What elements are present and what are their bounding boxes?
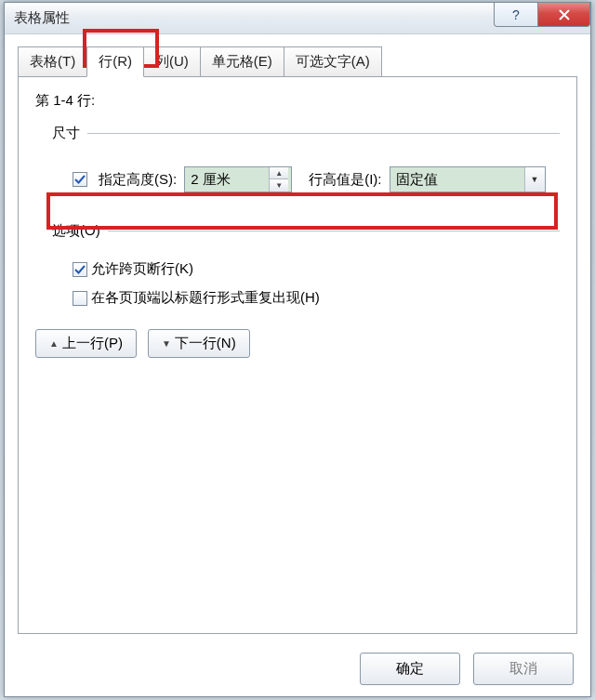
specify-height-label: 指定高度(S): [99, 171, 177, 189]
titlebar[interactable]: 表格属性 ? [5, 3, 590, 34]
tab-row[interactable]: 行(R) [86, 46, 144, 77]
row-height-is-label: 行高值是(I): [309, 171, 381, 189]
help-icon: ? [509, 8, 522, 21]
allow-break-label: 允许跨页断行(K) [91, 260, 193, 278]
triangle-up-icon: ▲ [49, 338, 59, 349]
size-section-label: 尺寸 [35, 125, 560, 142]
options-section-label: 选项(O) [35, 222, 560, 240]
tab-content-row: 第 1-4 行: 尺寸 指定高度(S): ▲ ▼ 行高值是(I): [18, 76, 577, 634]
close-icon [558, 8, 571, 21]
dialog-footer: 确定 取消 [360, 653, 574, 685]
check-icon [74, 174, 86, 185]
row-size-controls: 指定高度(S): ▲ ▼ 行高值是(I): 固定值 ▼ [35, 163, 560, 196]
tab-column[interactable]: 列(U) [143, 46, 201, 77]
check-icon [74, 264, 86, 275]
table-properties-dialog: 表格属性 ? 表格(T) 行(R) 列(U) 单元格(E) 可选文字(A) 第 … [4, 2, 591, 697]
triangle-down-icon: ▼ [162, 338, 171, 349]
next-row-button[interactable]: ▼ 下一行(N) [148, 329, 250, 358]
height-input[interactable] [185, 170, 269, 190]
repeat-header-label: 在各页顶端以标题行形式重复出现(H) [91, 289, 320, 307]
dialog-title: 表格属性 [14, 9, 70, 27]
help-button[interactable]: ? [494, 3, 538, 27]
previous-row-button[interactable]: ▲ 上一行(P) [35, 329, 137, 358]
svg-text:?: ? [512, 8, 520, 21]
tab-strip: 表格(T) 行(R) 列(U) 单元格(E) 可选文字(A) [18, 46, 577, 76]
tab-table[interactable]: 表格(T) [18, 46, 87, 77]
tab-cell[interactable]: 单元格(E) [200, 46, 284, 77]
row-height-value: 固定值 [396, 171, 438, 189]
row-height-select[interactable]: 固定值 ▼ [390, 166, 546, 192]
specify-height-checkbox[interactable] [73, 172, 87, 187]
allow-break-checkbox[interactable] [73, 262, 87, 277]
cancel-button[interactable]: 取消 [473, 653, 574, 685]
height-spinner[interactable]: ▲ ▼ [184, 166, 292, 192]
repeat-header-checkbox[interactable] [73, 291, 87, 306]
spinner-up-button[interactable]: ▲ [270, 167, 288, 179]
spinner-down-button[interactable]: ▼ [270, 179, 288, 192]
close-button[interactable] [538, 3, 590, 27]
dropdown-button[interactable]: ▼ [524, 167, 545, 192]
ok-button[interactable]: 确定 [360, 653, 460, 685]
tab-alttext[interactable]: 可选文字(A) [284, 46, 382, 77]
rows-heading: 第 1-4 行: [35, 92, 560, 110]
